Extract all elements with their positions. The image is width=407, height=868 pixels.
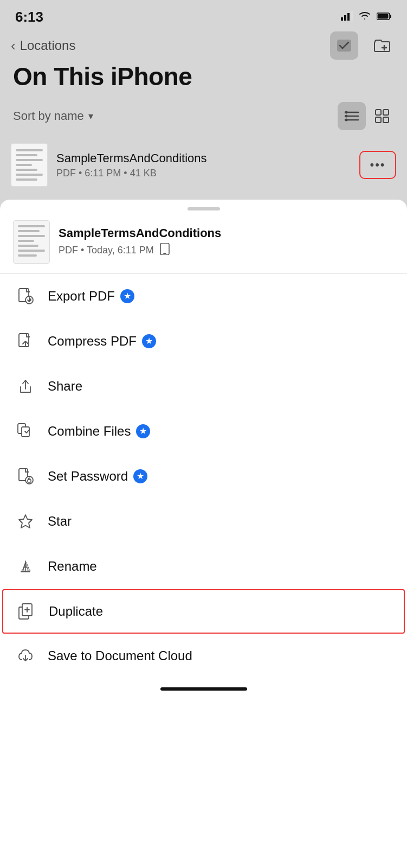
compress-pdf-icon: [15, 331, 36, 352]
svg-rect-3: [351, 11, 353, 21]
svg-rect-19: [376, 117, 381, 123]
compress-pdf-label: Compress PDF: [48, 334, 137, 349]
rename-label: Rename: [48, 559, 97, 574]
menu-item-star[interactable]: Star: [0, 499, 407, 544]
sort-button[interactable]: Sort by name ▾: [13, 109, 93, 123]
premium-star-icon: ★: [137, 472, 144, 481]
sort-row: Sort by name ▾: [0, 95, 407, 136]
star-label: Star: [48, 514, 72, 529]
page-title: On This iPhone: [13, 62, 394, 91]
wifi-icon: [358, 11, 371, 23]
menu-item-duplicate[interactable]: Duplicate: [2, 589, 405, 634]
export-pdf-icon: [15, 286, 36, 307]
status-bar: 6:13: [0, 0, 407, 29]
duplicate-icon: [16, 601, 37, 622]
set-password-premium-badge: ★: [133, 469, 147, 483]
share-label: Share: [48, 379, 82, 394]
svg-point-14: [345, 111, 348, 114]
export-pdf-label: Export PDF: [48, 289, 115, 304]
premium-star-icon: ★: [124, 292, 131, 301]
grid-view-button[interactable]: [368, 102, 396, 130]
star-icon: [15, 511, 36, 532]
device-icon: [159, 243, 170, 258]
menu-item-compress-pdf[interactable]: Compress PDF ★: [0, 319, 407, 364]
file-thumbnail: [11, 143, 48, 187]
combine-files-premium-badge: ★: [136, 424, 150, 438]
premium-star-icon: ★: [139, 427, 147, 436]
file-name: SampleTermsAndConditions: [56, 151, 351, 165]
combine-files-icon: [15, 421, 36, 442]
compress-pdf-label-row: Compress PDF ★: [48, 334, 392, 349]
sheet-file-info: SampleTermsAndConditions PDF • Today, 6:…: [59, 226, 221, 258]
set-password-label: Set Password: [48, 469, 128, 484]
home-indicator: [0, 679, 407, 695]
status-icons: [341, 11, 392, 23]
svg-rect-1: [344, 15, 346, 21]
svg-rect-5: [390, 15, 391, 18]
select-button[interactable]: [330, 31, 358, 60]
export-pdf-premium-badge: ★: [120, 289, 134, 303]
view-toggle: [338, 102, 396, 130]
rename-icon: A: [15, 556, 36, 577]
new-folder-button[interactable]: [368, 31, 396, 60]
menu-item-set-password[interactable]: Set Password ★: [0, 454, 407, 499]
more-icon: •••: [370, 158, 385, 172]
svg-rect-2: [347, 13, 350, 21]
svg-point-32: [25, 476, 33, 484]
svg-point-15: [345, 115, 348, 118]
page-title-row: On This iPhone: [0, 62, 407, 95]
compress-pdf-premium-badge: ★: [142, 334, 156, 348]
menu-item-export-pdf[interactable]: Export PDF ★: [0, 274, 407, 319]
back-chevron-icon: ‹: [11, 37, 16, 54]
save-to-cloud-label: Save to Document Cloud: [48, 648, 192, 663]
file-meta: PDF • 6:11 PM • 41 KB: [56, 168, 351, 179]
list-view-button[interactable]: [338, 102, 366, 130]
sort-label: Sort by name: [13, 109, 84, 123]
star-label-row: Star: [48, 514, 392, 529]
svg-rect-6: [378, 14, 389, 18]
svg-rect-26: [19, 334, 29, 347]
svg-text:A: A: [22, 559, 30, 573]
home-bar: [160, 687, 247, 691]
sheet-file-meta: PDF • Today, 6:11 PM: [59, 243, 221, 258]
combine-files-label-row: Combine Files ★: [48, 424, 392, 439]
menu-item-share[interactable]: Share: [0, 364, 407, 409]
svg-marker-34: [19, 515, 32, 528]
svg-rect-20: [383, 117, 389, 123]
menu-item-rename[interactable]: A Rename: [0, 544, 407, 589]
save-to-cloud-icon: [15, 646, 36, 666]
premium-star-icon: ★: [145, 337, 153, 346]
menu-item-save-to-cloud[interactable]: Save to Document Cloud: [0, 634, 407, 679]
svg-point-16: [345, 119, 348, 122]
duplicate-label: Duplicate: [49, 604, 103, 619]
sheet-handle: [188, 207, 220, 210]
nav-bar: ‹ Locations: [0, 29, 407, 62]
bottom-sheet: SampleTermsAndConditions PDF • Today, 6:…: [0, 200, 407, 711]
back-button[interactable]: ‹ Locations: [11, 37, 75, 54]
menu-item-combine-files[interactable]: Combine Files ★: [0, 409, 407, 454]
svg-rect-17: [376, 110, 381, 115]
rename-label-row: Rename: [48, 559, 392, 574]
menu-items: Export PDF ★ Compress PDF ★: [0, 274, 407, 679]
sort-chevron-icon: ▾: [88, 110, 93, 122]
file-more-button[interactable]: •••: [359, 151, 396, 179]
export-pdf-label-row: Export PDF ★: [48, 289, 392, 304]
sheet-file-name: SampleTermsAndConditions: [59, 226, 221, 240]
file-row[interactable]: SampleTermsAndConditions PDF • 6:11 PM •…: [0, 136, 407, 194]
file-info: SampleTermsAndConditions PDF • 6:11 PM •…: [56, 151, 351, 179]
nav-actions: [330, 31, 396, 60]
set-password-icon: [15, 466, 36, 487]
combine-files-label: Combine Files: [48, 424, 131, 439]
sheet-file-thumbnail: [13, 220, 50, 264]
back-label: Locations: [20, 38, 76, 53]
svg-rect-0: [341, 17, 343, 21]
share-label-row: Share: [48, 379, 392, 394]
battery-icon: [377, 11, 392, 23]
status-time: 6:13: [15, 9, 43, 25]
sheet-meta-text: PDF • Today, 6:11 PM: [59, 245, 154, 256]
save-to-cloud-label-row: Save to Document Cloud: [48, 648, 392, 663]
sheet-handle-row: [0, 200, 407, 215]
duplicate-label-row: Duplicate: [49, 604, 391, 619]
set-password-label-row: Set Password ★: [48, 469, 392, 484]
share-icon: [15, 376, 36, 397]
